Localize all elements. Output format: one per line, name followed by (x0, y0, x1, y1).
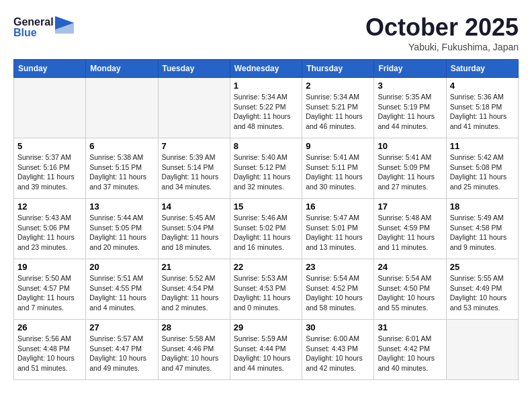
calendar-cell: 19Sunrise: 5:50 AM Sunset: 4:57 PM Dayli… (14, 259, 86, 320)
day-number: 9 (306, 141, 370, 151)
calendar-cell: 12Sunrise: 5:43 AM Sunset: 5:06 PM Dayli… (14, 199, 86, 259)
day-number: 29 (234, 322, 298, 332)
day-number: 12 (17, 201, 82, 212)
day-info: Sunrise: 5:50 AM Sunset: 4:57 PM Dayligh… (17, 273, 82, 313)
weekday-header-tuesday: Tuesday (158, 60, 230, 78)
day-info: Sunrise: 6:01 AM Sunset: 4:42 PM Dayligh… (378, 334, 442, 373)
calendar-cell (446, 320, 518, 380)
day-number: 3 (378, 81, 442, 91)
day-info: Sunrise: 5:42 AM Sunset: 5:08 PM Dayligh… (450, 152, 515, 192)
weekday-header-saturday: Saturday (446, 60, 518, 78)
day-info: Sunrise: 5:44 AM Sunset: 5:05 PM Dayligh… (89, 213, 154, 253)
day-info: Sunrise: 5:48 AM Sunset: 4:59 PM Dayligh… (378, 213, 442, 253)
day-info: Sunrise: 5:47 AM Sunset: 5:01 PM Dayligh… (306, 213, 370, 253)
calendar-cell: 7Sunrise: 5:39 AM Sunset: 5:14 PM Daylig… (158, 138, 230, 199)
calendar-cell: 10Sunrise: 5:41 AM Sunset: 5:09 PM Dayli… (374, 138, 446, 199)
day-info: Sunrise: 5:59 AM Sunset: 4:44 PM Dayligh… (234, 334, 298, 373)
svg-marker-3 (55, 23, 74, 34)
logo-svg: General Blue (13, 13, 74, 43)
calendar-cell (14, 78, 86, 138)
calendar-cell: 28Sunrise: 5:58 AM Sunset: 4:46 PM Dayli… (158, 320, 230, 380)
calendar-week-2: 5Sunrise: 5:37 AM Sunset: 5:16 PM Daylig… (14, 138, 519, 199)
day-number: 16 (306, 201, 370, 212)
day-number: 26 (17, 322, 82, 332)
day-number: 30 (306, 322, 370, 332)
weekday-header-sunday: Sunday (14, 60, 86, 78)
calendar-cell: 6Sunrise: 5:38 AM Sunset: 5:15 PM Daylig… (86, 138, 158, 199)
calendar-cell: 21Sunrise: 5:52 AM Sunset: 4:54 PM Dayli… (158, 259, 230, 320)
day-number: 18 (450, 201, 515, 212)
day-number: 6 (89, 141, 154, 151)
calendar-week-5: 26Sunrise: 5:56 AM Sunset: 4:48 PM Dayli… (14, 320, 519, 380)
calendar-cell: 2Sunrise: 5:34 AM Sunset: 5:21 PM Daylig… (302, 78, 374, 138)
calendar-week-4: 19Sunrise: 5:50 AM Sunset: 4:57 PM Dayli… (14, 259, 519, 320)
day-number: 10 (378, 141, 442, 151)
day-number: 31 (378, 322, 442, 332)
calendar-cell: 29Sunrise: 5:59 AM Sunset: 4:44 PM Dayli… (230, 320, 302, 380)
calendar-cell: 26Sunrise: 5:56 AM Sunset: 4:48 PM Dayli… (14, 320, 86, 380)
day-number: 28 (162, 322, 226, 332)
calendar-cell: 18Sunrise: 5:49 AM Sunset: 4:58 PM Dayli… (446, 199, 518, 259)
day-number: 24 (378, 262, 442, 272)
day-number: 20 (89, 262, 154, 272)
day-info: Sunrise: 5:54 AM Sunset: 4:52 PM Dayligh… (306, 273, 370, 313)
day-number: 13 (89, 201, 154, 212)
calendar-cell: 14Sunrise: 5:45 AM Sunset: 5:04 PM Dayli… (158, 199, 230, 259)
calendar-cell: 9Sunrise: 5:41 AM Sunset: 5:11 PM Daylig… (302, 138, 374, 199)
calendar-cell: 31Sunrise: 6:01 AM Sunset: 4:42 PM Dayli… (374, 320, 446, 380)
calendar-week-1: 1Sunrise: 5:34 AM Sunset: 5:22 PM Daylig… (14, 78, 519, 138)
day-number: 22 (234, 262, 298, 272)
day-number: 15 (234, 201, 298, 212)
day-info: Sunrise: 6:00 AM Sunset: 4:43 PM Dayligh… (306, 334, 370, 373)
day-info: Sunrise: 5:34 AM Sunset: 5:21 PM Dayligh… (306, 92, 370, 132)
calendar-cell: 16Sunrise: 5:47 AM Sunset: 5:01 PM Dayli… (302, 199, 374, 259)
day-info: Sunrise: 5:46 AM Sunset: 5:02 PM Dayligh… (234, 213, 298, 253)
calendar-cell: 1Sunrise: 5:34 AM Sunset: 5:22 PM Daylig… (230, 78, 302, 138)
location: Yabuki, Fukushima, Japan (365, 42, 519, 52)
weekday-header-row: SundayMondayTuesdayWednesdayThursdayFrid… (14, 60, 519, 78)
day-info: Sunrise: 5:41 AM Sunset: 5:11 PM Dayligh… (306, 152, 370, 192)
day-info: Sunrise: 5:43 AM Sunset: 5:06 PM Dayligh… (17, 213, 82, 253)
calendar-cell: 15Sunrise: 5:46 AM Sunset: 5:02 PM Dayli… (230, 199, 302, 259)
day-info: Sunrise: 5:38 AM Sunset: 5:15 PM Dayligh… (89, 152, 154, 192)
day-number: 8 (234, 141, 298, 151)
day-number: 21 (162, 262, 226, 272)
day-number: 19 (17, 262, 82, 272)
day-info: Sunrise: 5:40 AM Sunset: 5:12 PM Dayligh… (234, 152, 298, 192)
day-info: Sunrise: 5:51 AM Sunset: 4:55 PM Dayligh… (89, 273, 154, 313)
day-number: 25 (450, 262, 515, 272)
day-number: 5 (17, 141, 82, 151)
calendar-week-3: 12Sunrise: 5:43 AM Sunset: 5:06 PM Dayli… (14, 199, 519, 259)
day-number: 2 (306, 81, 370, 91)
day-info: Sunrise: 5:35 AM Sunset: 5:19 PM Dayligh… (378, 92, 442, 132)
weekday-header-friday: Friday (374, 60, 446, 78)
calendar-cell: 8Sunrise: 5:40 AM Sunset: 5:12 PM Daylig… (230, 138, 302, 199)
day-info: Sunrise: 5:57 AM Sunset: 4:47 PM Dayligh… (89, 334, 154, 373)
day-number: 23 (306, 262, 370, 272)
calendar-cell: 27Sunrise: 5:57 AM Sunset: 4:47 PM Dayli… (86, 320, 158, 380)
day-info: Sunrise: 5:41 AM Sunset: 5:09 PM Dayligh… (378, 152, 442, 192)
day-number: 4 (450, 81, 515, 91)
calendar-cell: 22Sunrise: 5:53 AM Sunset: 4:53 PM Dayli… (230, 259, 302, 320)
calendar-cell: 17Sunrise: 5:48 AM Sunset: 4:59 PM Dayli… (374, 199, 446, 259)
calendar-cell (158, 78, 230, 138)
calendar-cell: 23Sunrise: 5:54 AM Sunset: 4:52 PM Dayli… (302, 259, 374, 320)
calendar-cell: 4Sunrise: 5:36 AM Sunset: 5:18 PM Daylig… (446, 78, 518, 138)
svg-text:General: General (13, 16, 54, 28)
day-info: Sunrise: 5:58 AM Sunset: 4:46 PM Dayligh… (162, 334, 226, 373)
calendar-cell: 5Sunrise: 5:37 AM Sunset: 5:16 PM Daylig… (14, 138, 86, 199)
calendar-cell: 11Sunrise: 5:42 AM Sunset: 5:08 PM Dayli… (446, 138, 518, 199)
day-info: Sunrise: 5:54 AM Sunset: 4:50 PM Dayligh… (378, 273, 442, 313)
weekday-header-monday: Monday (86, 60, 158, 78)
calendar-cell: 30Sunrise: 6:00 AM Sunset: 4:43 PM Dayli… (302, 320, 374, 380)
calendar-cell: 13Sunrise: 5:44 AM Sunset: 5:05 PM Dayli… (86, 199, 158, 259)
day-info: Sunrise: 5:49 AM Sunset: 4:58 PM Dayligh… (450, 213, 515, 253)
month-title: October 2025 (365, 13, 519, 42)
day-number: 11 (450, 141, 515, 151)
title-area: October 2025 Yabuki, Fukushima, Japan (365, 13, 519, 52)
logo-text: General Blue (13, 13, 74, 46)
calendar-cell: 20Sunrise: 5:51 AM Sunset: 4:55 PM Dayli… (86, 259, 158, 320)
calendar-cell: 24Sunrise: 5:54 AM Sunset: 4:50 PM Dayli… (374, 259, 446, 320)
page-header: General Blue October 2025 Yabuki, Fukush… (13, 13, 519, 52)
day-info: Sunrise: 5:37 AM Sunset: 5:16 PM Dayligh… (17, 152, 82, 192)
